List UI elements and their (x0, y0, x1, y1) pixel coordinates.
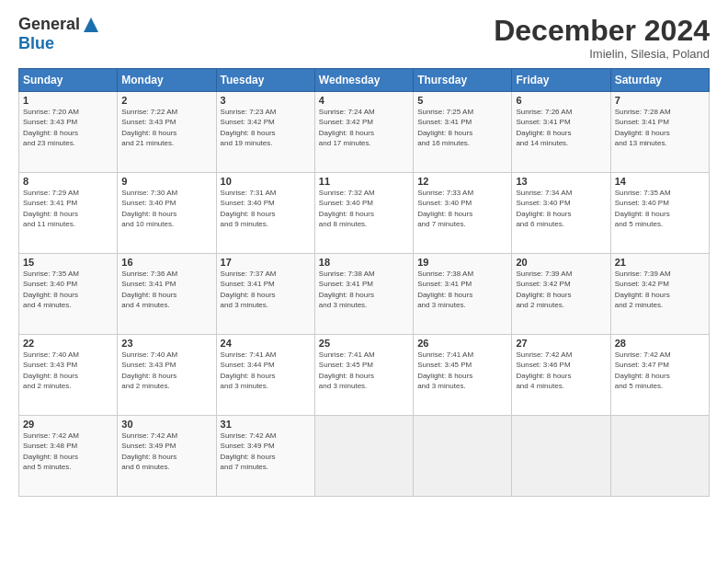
day-info-line: and 11 minutes. (23, 220, 75, 228)
day-info-line: and 4 minutes. (516, 382, 563, 390)
day-info-line: Daylight: 8 hours (319, 210, 374, 218)
day-number: 14 (615, 176, 705, 187)
day-info-line: Sunset: 3:41 PM (615, 118, 669, 126)
day-info-line: Daylight: 8 hours (23, 372, 78, 380)
day-cell-content: Sunrise: 7:22 AMSunset: 3:43 PMDaylight:… (121, 107, 211, 148)
table-row: 16Sunrise: 7:36 AMSunset: 3:41 PMDayligh… (118, 254, 216, 335)
day-info-line: Sunrise: 7:30 AM (121, 189, 177, 197)
day-info-line: Sunset: 3:40 PM (319, 199, 373, 207)
header-tuesday: Tuesday (216, 69, 314, 92)
header-saturday: Saturday (610, 69, 709, 92)
day-info-line: Sunset: 3:47 PM (615, 361, 669, 369)
day-cell-content: Sunrise: 7:38 AMSunset: 3:41 PMDaylight:… (417, 269, 507, 310)
day-number: 22 (23, 338, 113, 349)
day-number: 5 (417, 95, 507, 106)
day-number: 2 (121, 95, 211, 106)
day-info-line: Sunrise: 7:42 AM (221, 431, 277, 440)
day-info-line: Sunrise: 7:42 AM (23, 431, 79, 440)
day-number: 10 (221, 176, 311, 187)
header-monday: Monday (118, 69, 216, 92)
day-info-line: Daylight: 8 hours (615, 129, 670, 137)
table-row: 7Sunrise: 7:28 AMSunset: 3:41 PMDaylight… (610, 92, 709, 173)
day-number: 26 (417, 338, 507, 349)
day-cell-content: Sunrise: 7:30 AMSunset: 3:40 PMDaylight:… (121, 188, 211, 229)
header: General Blue December 2024 Imielin, Sile… (18, 15, 710, 61)
day-number: 28 (615, 338, 705, 349)
day-cell-content: Sunrise: 7:29 AMSunset: 3:41 PMDaylight:… (23, 188, 113, 229)
table-row: 24Sunrise: 7:41 AMSunset: 3:44 PMDayligh… (216, 335, 314, 416)
day-info-line: and 4 minutes. (121, 301, 169, 309)
day-cell-content: Sunrise: 7:32 AMSunset: 3:40 PMDaylight:… (319, 188, 409, 229)
day-info-line: and 8 minutes. (319, 220, 367, 228)
day-info-line: Sunset: 3:42 PM (319, 118, 373, 126)
day-info-line: Daylight: 8 hours (417, 210, 472, 218)
day-number: 4 (319, 95, 409, 106)
day-info-line: Daylight: 8 hours (221, 291, 276, 299)
table-row: 29Sunrise: 7:42 AMSunset: 3:48 PMDayligh… (19, 416, 118, 497)
day-info-line: and 3 minutes. (221, 301, 268, 309)
day-info-line: and 2 minutes. (615, 301, 663, 309)
day-info-line: Daylight: 8 hours (319, 291, 374, 299)
day-number: 31 (221, 419, 311, 430)
day-info-line: Sunrise: 7:29 AM (23, 189, 79, 197)
day-info-line: Sunrise: 7:42 AM (121, 431, 177, 440)
day-cell-content: Sunrise: 7:42 AMSunset: 3:48 PMDaylight:… (23, 431, 113, 472)
table-row: 2Sunrise: 7:22 AMSunset: 3:43 PMDaylight… (118, 92, 216, 173)
day-info-line: Sunset: 3:49 PM (121, 442, 176, 450)
table-row: 19Sunrise: 7:38 AMSunset: 3:41 PMDayligh… (414, 254, 512, 335)
day-cell-content: Sunrise: 7:41 AMSunset: 3:45 PMDaylight:… (319, 350, 409, 391)
calendar-header-row: Sunday Monday Tuesday Wednesday Thursday… (19, 69, 710, 92)
day-info-line: Daylight: 8 hours (23, 210, 78, 218)
day-cell-content: Sunrise: 7:33 AMSunset: 3:40 PMDaylight:… (417, 188, 507, 229)
day-info-line: Sunset: 3:41 PM (417, 118, 472, 126)
day-info-line: Daylight: 8 hours (516, 372, 571, 380)
day-info-line: Sunset: 3:41 PM (221, 280, 275, 288)
day-cell-content: Sunrise: 7:41 AMSunset: 3:45 PMDaylight:… (417, 350, 507, 391)
day-cell-content: Sunrise: 7:42 AMSunset: 3:49 PMDaylight:… (121, 431, 211, 472)
day-info-line: Sunrise: 7:39 AM (516, 270, 572, 278)
day-number: 9 (121, 176, 211, 187)
day-number: 24 (221, 338, 311, 349)
day-info-line: Sunset: 3:49 PM (221, 442, 275, 450)
day-number: 7 (615, 95, 705, 106)
header-sunday: Sunday (19, 69, 118, 92)
day-info-line: Sunrise: 7:35 AM (615, 189, 671, 197)
day-cell-content: Sunrise: 7:23 AMSunset: 3:42 PMDaylight:… (221, 107, 311, 148)
day-number: 11 (319, 176, 409, 187)
table-row: 6Sunrise: 7:26 AMSunset: 3:41 PMDaylight… (512, 92, 610, 173)
logo-blue-text: Blue (18, 34, 54, 53)
day-info-line: and 16 minutes. (417, 139, 470, 147)
day-cell-content: Sunrise: 7:20 AMSunset: 3:43 PMDaylight:… (23, 107, 113, 148)
table-row: 31Sunrise: 7:42 AMSunset: 3:49 PMDayligh… (216, 416, 314, 497)
day-info-line: Sunrise: 7:41 AM (417, 350, 473, 359)
day-info-line: and 6 minutes. (121, 463, 169, 471)
day-info-line: Sunrise: 7:28 AM (615, 108, 671, 116)
day-info-line: Daylight: 8 hours (121, 210, 176, 218)
day-info-line: Sunset: 3:40 PM (516, 199, 570, 207)
day-info-line: Sunset: 3:45 PM (417, 361, 472, 369)
day-number: 30 (121, 419, 211, 430)
day-info-line: Daylight: 8 hours (516, 210, 571, 218)
day-info-line: and 7 minutes. (221, 463, 268, 471)
day-info-line: Sunrise: 7:33 AM (417, 189, 473, 197)
day-cell-content: Sunrise: 7:40 AMSunset: 3:43 PMDaylight:… (23, 350, 113, 391)
table-row: 4Sunrise: 7:24 AMSunset: 3:42 PMDaylight… (314, 92, 413, 173)
page: General Blue December 2024 Imielin, Sile… (0, 0, 728, 563)
day-info-line: Sunset: 3:45 PM (319, 361, 373, 369)
table-row: 22Sunrise: 7:40 AMSunset: 3:43 PMDayligh… (19, 335, 118, 416)
table-row: 5Sunrise: 7:25 AMSunset: 3:41 PMDaylight… (414, 92, 512, 173)
day-cell-content: Sunrise: 7:31 AMSunset: 3:40 PMDaylight:… (221, 188, 311, 229)
day-info-line: Sunset: 3:40 PM (615, 199, 669, 207)
day-info-line: and 17 minutes. (319, 139, 371, 147)
day-info-line: Sunrise: 7:40 AM (23, 350, 79, 359)
table-row: 28Sunrise: 7:42 AMSunset: 3:47 PMDayligh… (610, 335, 709, 416)
day-info-line: and 5 minutes. (615, 382, 663, 390)
day-info-line: Sunset: 3:41 PM (319, 280, 373, 288)
location: Imielin, Silesia, Poland (494, 47, 710, 61)
day-info-line: Sunrise: 7:37 AM (221, 270, 277, 278)
logo-general-text: General (18, 15, 80, 34)
day-number: 3 (221, 95, 311, 106)
day-info-line: Sunrise: 7:38 AM (417, 270, 473, 278)
day-info-line: and 3 minutes. (417, 301, 465, 309)
day-number: 12 (417, 176, 507, 187)
